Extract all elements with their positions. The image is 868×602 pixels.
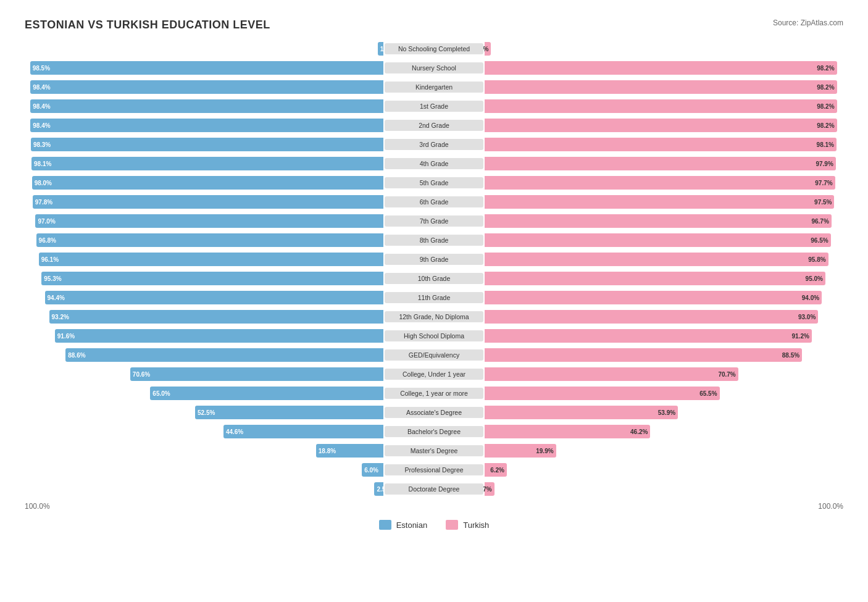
bar-turkish-label: 97.5%: [814, 199, 832, 206]
bar-row: 65.0%College, 1 year or more65.5%: [25, 385, 843, 401]
bar-row: 98.1%4th Grade97.9%: [25, 156, 843, 172]
left-bar-container: 18.8%: [25, 443, 383, 458]
bar-estonian: 98.5%: [30, 61, 383, 75]
bar-estonian-label: 44.6%: [226, 429, 243, 435]
bar-turkish: 91.2%: [485, 329, 812, 343]
bar-turkish: 97.9%: [485, 157, 836, 170]
bar-turkish-label: 98.2%: [817, 84, 834, 91]
bar-estonian: 44.6%: [223, 425, 383, 438]
bar-turkish: 6.2%: [485, 463, 507, 477]
bars-container: 1.6%No Schooling Completed1.8%98.5%Nurse…: [25, 41, 843, 497]
bar-row: 44.6%Bachelor's Degree46.2%: [25, 424, 843, 440]
center-label: Associate's Degree: [385, 407, 483, 418]
bar-row: 6.0%Professional Degree6.2%: [25, 462, 843, 478]
bar-turkish: 65.5%: [485, 387, 720, 400]
bar-turkish: 98.1%: [485, 138, 837, 151]
bar-row: 88.6%GED/Equivalency88.5%: [25, 347, 843, 363]
right-bar-container: 97.5%: [485, 194, 843, 209]
bar-row: 98.5%Nursery School98.2%: [25, 60, 843, 76]
right-bar-container: 98.2%: [485, 118, 843, 133]
right-bar-container: 95.0%: [485, 271, 843, 286]
bar-estonian: 98.4%: [30, 80, 383, 94]
bar-turkish: 98.2%: [485, 119, 837, 132]
bar-turkish-label: 96.5%: [811, 237, 828, 244]
bar-estonian-label: 97.0%: [38, 218, 55, 225]
legend-box-estonian: [379, 520, 391, 530]
left-bar-container: 95.3%: [25, 271, 383, 286]
left-bar-container: 98.0%: [25, 175, 383, 190]
center-label: Nursery School: [385, 62, 483, 73]
right-bar-container: 97.9%: [485, 156, 843, 171]
bar-estonian-label: 65.0%: [152, 390, 170, 397]
bar-estonian-label: 97.8%: [35, 199, 52, 206]
bar-row: 2.5%Doctorate Degree2.7%: [25, 481, 843, 497]
bar-turkish-label: 98.2%: [817, 122, 834, 129]
left-bar-container: 88.6%: [25, 348, 383, 362]
bar-turkish-label: 97.9%: [816, 161, 833, 167]
left-bar-container: 98.4%: [25, 99, 383, 114]
left-bar-container: 93.2%: [25, 309, 383, 324]
bar-estonian: 65.0%: [150, 387, 383, 400]
right-bar-container: 91.2%: [485, 328, 843, 343]
axis-left-label: 100.0%: [25, 502, 396, 511]
bar-turkish: 96.7%: [485, 214, 832, 228]
bar-row: 97.0%7th Grade96.7%: [25, 213, 843, 229]
right-bar-container: 46.2%: [485, 424, 843, 439]
bar-estonian-label: 70.6%: [133, 371, 150, 378]
right-bar-container: 1.8%: [485, 41, 843, 56]
left-bar-container: 98.4%: [25, 118, 383, 133]
bar-turkish: 98.2%: [485, 61, 837, 75]
bar-estonian: 70.6%: [130, 367, 383, 381]
bar-turkish: 95.0%: [485, 272, 825, 285]
center-label: 4th Grade: [385, 158, 483, 169]
bar-row: 1.6%No Schooling Completed1.8%: [25, 41, 843, 57]
center-label: Doctorate Degree: [385, 483, 483, 495]
center-label: High School Diploma: [385, 330, 483, 341]
bar-estonian-label: 18.8%: [319, 448, 336, 454]
right-bar-container: 53.9%: [485, 405, 843, 420]
bar-turkish-label: 46.2%: [630, 429, 648, 435]
left-bar-container: 96.8%: [25, 233, 383, 248]
left-bar-container: 97.8%: [25, 194, 383, 209]
bar-turkish: 2.7%: [485, 482, 495, 496]
bar-row: 91.6%High School Diploma91.2%: [25, 328, 843, 344]
chart-source: Source: ZipAtlas.com: [773, 19, 843, 27]
right-bar-container: 70.7%: [485, 367, 843, 382]
right-bar-container: 97.7%: [485, 175, 843, 190]
left-bar-container: 6.0%: [25, 462, 383, 477]
bar-estonian: 2.5%: [374, 482, 383, 496]
right-bar-container: 6.2%: [485, 462, 843, 477]
bar-turkish-label: 98.2%: [817, 65, 834, 72]
bar-row: 52.5%Associate's Degree53.9%: [25, 404, 843, 420]
bar-turkish: 98.2%: [485, 99, 837, 113]
bar-turkish-label: 94.0%: [802, 295, 819, 301]
right-bar-container: 65.5%: [485, 386, 843, 401]
center-label: 6th Grade: [385, 196, 483, 207]
center-label: GED/Equivalency: [385, 349, 483, 361]
bar-estonian: 91.6%: [55, 329, 383, 343]
chart-header: ESTONIAN VS TURKISH EDUCATION LEVEL Sour…: [25, 19, 843, 31]
legend-item-estonian: Estonian: [379, 520, 428, 530]
left-bar-container: 65.0%: [25, 386, 383, 401]
bar-row: 94.4%11th Grade94.0%: [25, 290, 843, 306]
right-bar-container: 98.2%: [485, 80, 843, 94]
bar-turkish: 70.7%: [485, 367, 738, 381]
axis-right-label: 100.0%: [472, 502, 843, 511]
bar-turkish: 46.2%: [485, 425, 650, 438]
bar-estonian: 18.8%: [316, 444, 383, 458]
center-label: Professional Degree: [385, 464, 483, 475]
center-label: 3rd Grade: [385, 139, 483, 150]
bar-row: 97.8%6th Grade97.5%: [25, 194, 843, 210]
right-bar-container: 95.8%: [485, 252, 843, 267]
bar-estonian-label: 91.6%: [57, 333, 75, 340]
bar-estonian-label: 98.4%: [33, 122, 50, 129]
bar-turkish-label: 95.0%: [806, 275, 823, 282]
legend-box-turkish: [446, 520, 458, 530]
bar-row: 70.6%College, Under 1 year70.7%: [25, 366, 843, 382]
bar-estonian: 93.2%: [49, 310, 383, 324]
bar-turkish: 95.8%: [485, 253, 828, 266]
bar-row: 96.1%9th Grade95.8%: [25, 251, 843, 267]
bar-estonian-label: 98.1%: [34, 161, 51, 167]
bar-estonian: 98.4%: [30, 99, 383, 113]
bar-turkish-label: 6.2%: [490, 467, 504, 474]
